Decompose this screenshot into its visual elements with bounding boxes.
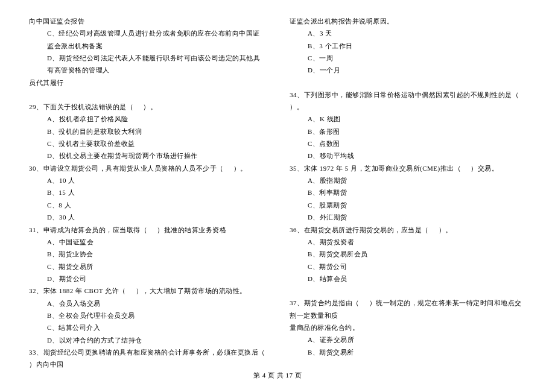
text-line: 35、宋体 1972 年 5 月，芝加哥商业交易所(CME)推出（ ）交易。 <box>290 162 526 174</box>
text-line: 31、申请成为结算会员的，应当取得（ ）批准的结算业务资格 <box>29 224 265 236</box>
text-line: D、一个月 <box>290 64 526 76</box>
blank-line <box>29 89 265 101</box>
text-line: A、证券交易所 <box>290 334 526 346</box>
text-line: D、以对冲合约的方式了结持仓 <box>29 334 265 346</box>
text-line: C、一周 <box>290 52 526 64</box>
text-line: D、外汇期货 <box>290 211 526 223</box>
text-line: A、股指期货 <box>290 174 526 186</box>
left-column: 向中国证监会报告C、经纪公司对高级管理人员进行处分或者免职的应在公布前向中国证监… <box>29 15 265 371</box>
content-columns: 向中国证监会报告C、经纪公司对高级管理人员进行处分或者免职的应在公布前向中国证监… <box>29 15 526 371</box>
text-line: 29、下面关于投机说法错误的是（ ）。 <box>29 101 265 113</box>
text-line: D、期货公司 <box>29 273 265 285</box>
text-line: A、投机者承担了价格风险 <box>29 113 265 125</box>
text-line: B、15 人 <box>29 186 265 198</box>
text-line: A、3 天 <box>290 27 526 39</box>
page-footer: 第 4 页 共 17 页 <box>0 369 555 381</box>
text-line: 员代其履行 <box>29 77 265 89</box>
text-line: C、经纪公司对高级管理人员进行处分或者免职的应在公布前向中国证监会派出机构备案 <box>29 27 265 52</box>
text-line: D、移动平均线 <box>290 150 526 162</box>
text-line: 37、期货合约是指由（ ）统一制定的，规定在将来某一特定时间和地点交割一定数量和… <box>290 297 526 321</box>
blank-line <box>290 77 526 89</box>
text-line: D、结算会员 <box>290 273 526 285</box>
right-column: 证监会派出机构报告并说明原因。A、3 天B、3 个工作日C、一周D、一个月34、… <box>290 15 526 371</box>
text-line: B、期货交易所 <box>290 346 526 358</box>
text-line: D、30 人 <box>29 211 265 223</box>
text-line: B、3 个工作日 <box>290 40 526 52</box>
text-line: B、期货交易所会员 <box>290 248 526 260</box>
text-line: 向中国证监会报告 <box>29 15 265 27</box>
text-line: 34、下列图形中，能够消除日常价格运动中偶然因素引起的不规则性的是（ ）。 <box>290 89 526 113</box>
text-line: A、期货投资者 <box>290 236 526 248</box>
text-line: B、全权会员代理非会员交易 <box>29 309 265 321</box>
text-line: A、会员入场交易 <box>29 297 265 309</box>
text-line: C、股票期货 <box>290 199 526 211</box>
text-line: 30、申请设立期货公司，具有期货从业人员资格的人员不少于（ ）。 <box>29 162 265 174</box>
text-line: C、期货公司 <box>290 261 526 273</box>
text-line: A、K 线图 <box>290 113 526 125</box>
text-line: C、结算公司介入 <box>29 321 265 334</box>
blank-line <box>290 285 526 297</box>
text-line: C、期货交易所 <box>29 261 265 273</box>
text-line: C、8 人 <box>29 199 265 211</box>
text-line: C、点数图 <box>290 138 526 150</box>
text-line: 32、宋体 1882 年 CBOT 允许（ ），大大增加了期货市场的流动性。 <box>29 285 265 297</box>
text-line: 证监会派出机构报告并说明原因。 <box>290 15 526 27</box>
text-line: 36、在期货交易所进行期货交易的，应当是（ ）。 <box>290 224 526 236</box>
text-line: D、期货经纪公司法定代表人不能履行职务时可由该公司选定的其他具有高管资格的管理人 <box>29 52 265 77</box>
text-line: 33、期货经纪公司更换聘请的具有相应资格的会计师事务所，必须在更换后（ ）内向中… <box>29 346 265 371</box>
text-line: A、中国证监会 <box>29 236 265 248</box>
text-line: B、期货业协会 <box>29 248 265 260</box>
text-line: B、条形图 <box>290 125 526 138</box>
text-line: A、10 人 <box>29 174 265 186</box>
text-line: B、投机的目的是获取较大利润 <box>29 125 265 138</box>
text-line: 量商品的标准化合约。 <box>290 321 526 334</box>
text-line: C、投机者主要获取价差收益 <box>29 138 265 150</box>
text-line: D、投机交易主要在期货与现货两个市场进行操作 <box>29 150 265 162</box>
text-line: B、利率期货 <box>290 186 526 198</box>
